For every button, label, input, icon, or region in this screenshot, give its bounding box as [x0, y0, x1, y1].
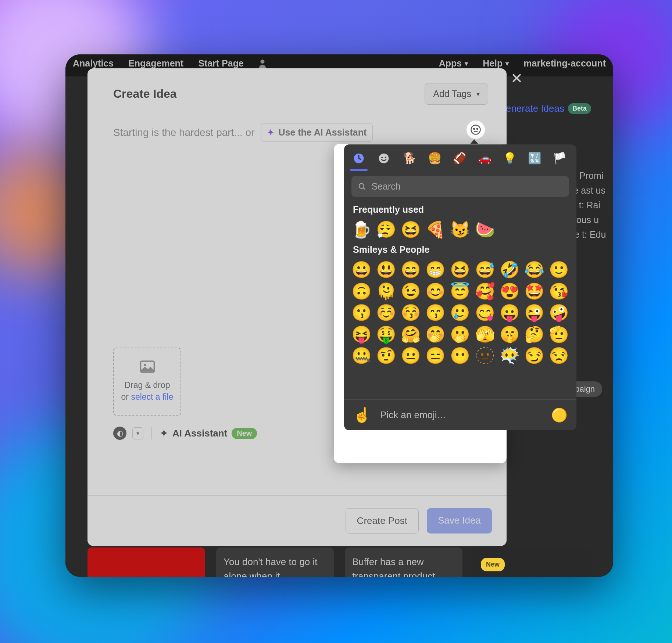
emoji-item[interactable]: 🤑	[375, 326, 397, 343]
modal-title: Create Idea	[113, 87, 177, 101]
emoji-item[interactable]: 🤭	[425, 326, 446, 343]
nav-engagement[interactable]: Engagement	[128, 58, 183, 69]
emoji-item[interactable]: 😅	[474, 261, 496, 279]
emoji-item[interactable]: 🫠	[375, 283, 397, 300]
emoji-item[interactable]: 😑	[425, 347, 446, 364]
emoji-search-input[interactable]	[371, 181, 562, 192]
modal-footer: Create Post Save Idea	[87, 495, 507, 546]
nav-user-icon[interactable]	[258, 58, 267, 69]
emoji-item[interactable]: 🫣	[474, 326, 496, 343]
ai-assistant-button[interactable]: ✦ AI Assistant New	[160, 428, 257, 439]
emoji-item[interactable]: 😶	[449, 347, 471, 364]
emoji-item[interactable]: 🫢	[449, 326, 471, 343]
file-dropzone[interactable]: Drag & dropor select a file	[113, 348, 181, 416]
compose-area[interactable]: Starting is the hardest part... or ✦ Use…	[87, 112, 507, 153]
emoji-picker: 🐕 🍔 🏈 🚗 💡 🔣 🏳️ Frequently used 🍺	[344, 144, 576, 430]
emoji-item[interactable]: 😛	[499, 304, 521, 322]
emoji-item[interactable]: 😃	[375, 261, 397, 279]
card-4[interactable]: New	[473, 547, 591, 577]
emoji-item[interactable]: 🤩	[523, 283, 545, 300]
nav-apps[interactable]: Apps ▾	[439, 58, 468, 69]
card-3[interactable]: Buffer has a new transparent product	[345, 547, 462, 577]
emoji-item[interactable]: 🤨	[375, 347, 397, 364]
skin-tone-picker[interactable]: 🟡	[551, 407, 568, 423]
emoji-item[interactable]: 🤫	[499, 326, 521, 343]
tab-travel-icon[interactable]: 🚗	[476, 150, 491, 169]
select-file-link[interactable]: select a file	[131, 392, 173, 402]
svg-point-0	[260, 60, 264, 64]
tool-circle-icon[interactable]: ◐	[113, 427, 126, 440]
tab-food-icon[interactable]: 🍔	[426, 150, 441, 169]
emoji-item[interactable]: 🥰	[474, 283, 496, 300]
svg-point-6	[381, 157, 383, 158]
tab-animals-icon[interactable]: 🐕	[401, 150, 416, 169]
emoji-item[interactable]: 🤪	[548, 304, 570, 322]
emoji-item[interactable]: 😆	[449, 261, 471, 279]
generate-ideas-button[interactable]: Generate Ideas Beta	[498, 103, 591, 114]
nav-start-page[interactable]: Start Page	[198, 58, 244, 69]
tab-symbols-icon[interactable]: 🔣	[526, 150, 541, 169]
svg-point-1	[471, 125, 480, 134]
tab-recent-icon[interactable]	[351, 150, 366, 169]
emoji-item[interactable]: 🫥	[474, 347, 496, 364]
tab-activities-icon[interactable]: 🏈	[451, 150, 466, 169]
emoji-item[interactable]: 😇	[449, 283, 471, 300]
emoji-item[interactable]: ☺️	[375, 304, 397, 322]
emoji-item[interactable]: 🙃	[351, 283, 372, 300]
emoji-item[interactable]: 😄	[400, 261, 422, 279]
frequently-used-grid: 🍺 😮‍💨 😆 🍕 😼 🍉	[344, 219, 576, 242]
tab-objects-icon[interactable]: 💡	[501, 150, 516, 169]
image-icon	[140, 360, 155, 376]
tab-smileys-icon[interactable]	[376, 150, 391, 169]
emoji-item[interactable]: 😼	[449, 221, 471, 238]
emoji-item[interactable]: 😗	[351, 304, 372, 322]
new-badge: New	[481, 558, 505, 571]
emoji-item[interactable]: 😶‍🌫️	[499, 347, 521, 364]
emoji-item[interactable]: 😏	[523, 347, 545, 364]
close-modal-button[interactable]: ✕	[511, 70, 523, 87]
emoji-item[interactable]: 😁	[425, 261, 446, 279]
nav-help[interactable]: Help ▾	[483, 58, 509, 69]
emoji-item[interactable]: 🫡	[548, 326, 570, 343]
emoji-item[interactable]: 🥲	[449, 304, 471, 322]
chevron-down-icon: ▾	[465, 60, 468, 68]
emoji-picker-trigger[interactable]	[466, 120, 485, 139]
emoji-item[interactable]: 😋	[474, 304, 496, 322]
emoji-item[interactable]: 🍕	[425, 221, 446, 238]
emoji-item[interactable]: 😍	[499, 283, 521, 300]
save-idea-button[interactable]: Save Idea	[427, 508, 492, 534]
card-2[interactable]: You don't have to go it alone when it	[216, 547, 334, 577]
emoji-item[interactable]: 😘	[548, 283, 570, 300]
tool-dropdown[interactable]: ▾	[132, 427, 143, 439]
emoji-item[interactable]: 🍺	[351, 221, 372, 238]
emoji-item[interactable]: 😝	[351, 326, 372, 343]
card-1[interactable]	[87, 547, 205, 577]
beta-badge: Beta	[568, 103, 591, 114]
emoji-item[interactable]: 😚	[400, 304, 422, 322]
emoji-item[interactable]: 😮‍💨	[375, 221, 397, 238]
nav-account[interactable]: marketing-account	[523, 58, 606, 69]
use-ai-assistant-button[interactable]: ✦ Use the AI Assistant	[261, 123, 373, 142]
emoji-item[interactable]: 😉	[400, 283, 422, 300]
emoji-item[interactable]: 😙	[425, 304, 446, 322]
wand-icon: ✦	[267, 128, 274, 137]
emoji-item[interactable]: 😒	[548, 347, 570, 364]
emoji-item[interactable]: 😊	[425, 283, 446, 300]
emoji-item[interactable]: 😂	[523, 261, 545, 279]
add-tags-button[interactable]: Add Tags ▾	[425, 83, 488, 105]
emoji-item[interactable]: 🍉	[474, 221, 496, 238]
emoji-item[interactable]: 😀	[351, 261, 372, 279]
emoji-search[interactable]	[351, 176, 569, 197]
emoji-item[interactable]: 🙂	[548, 261, 570, 279]
emoji-item[interactable]: 😆	[400, 221, 422, 238]
emoji-item[interactable]: 🤔	[523, 326, 545, 343]
tab-flags-icon[interactable]: 🏳️	[551, 150, 566, 169]
create-post-button[interactable]: Create Post	[346, 508, 419, 534]
emoji-item[interactable]: 😐	[400, 347, 422, 364]
emoji-item[interactable]: 🤣	[499, 261, 521, 279]
nav-analytics[interactable]: Analytics	[73, 58, 114, 69]
emoji-item[interactable]: 🤐	[351, 347, 372, 364]
emoji-item[interactable]: 🤗	[400, 326, 422, 343]
emoji-item[interactable]: 😜	[523, 304, 545, 322]
chevron-down-icon: ▾	[476, 90, 480, 98]
